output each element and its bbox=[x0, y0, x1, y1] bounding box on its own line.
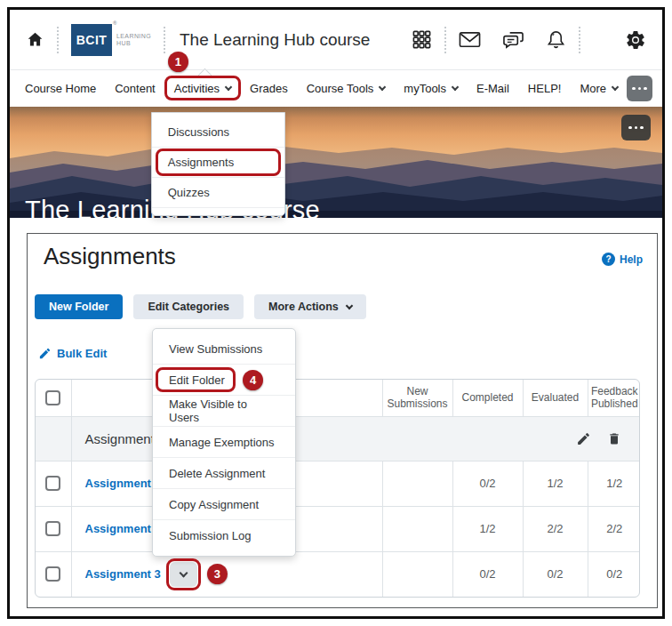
divider bbox=[57, 27, 59, 53]
menu-item-quizzes[interactable]: Quizzes bbox=[152, 178, 284, 208]
column-header-evaluated: Evaluated bbox=[523, 380, 588, 416]
annotation-step-4: 4 bbox=[243, 370, 263, 390]
nav-item-grades[interactable]: Grades bbox=[250, 82, 288, 95]
nav-item-help[interactable]: HELP! bbox=[528, 82, 562, 95]
feedback-published-value: 2/2 bbox=[588, 522, 641, 535]
folder-row: Assignments bbox=[36, 416, 640, 461]
top-bar: BCIT® LEARNINGHUB The Learning Hub cours… bbox=[10, 10, 662, 70]
nav-item-course-home[interactable]: Course Home bbox=[25, 82, 96, 95]
table-row-assignment-3: Assignment 3 3 0/2 0/2 0/2 bbox=[36, 551, 640, 597]
select-all-checkbox[interactable] bbox=[45, 390, 60, 405]
action-buttons: New Folder Edit Categories More Actions bbox=[35, 294, 366, 319]
nav-item-email[interactable]: E-Mail bbox=[476, 82, 509, 95]
nav-overflow-button[interactable] bbox=[627, 76, 652, 101]
menu-item-discussions[interactable]: Discussions bbox=[152, 117, 284, 148]
chevron-down-icon bbox=[612, 84, 619, 91]
assignment-context-menu-button[interactable] bbox=[170, 562, 197, 587]
nav-item-content[interactable]: Content bbox=[115, 82, 156, 95]
annotation-step-1: 1 bbox=[168, 52, 188, 72]
more-actions-button[interactable]: More Actions bbox=[254, 294, 366, 319]
delete-folder-trash-icon[interactable] bbox=[607, 431, 621, 446]
completed-value: 0/2 bbox=[453, 477, 523, 490]
row-checkbox[interactable] bbox=[45, 566, 60, 582]
mail-icon[interactable] bbox=[459, 30, 481, 49]
banner-options-button[interactable] bbox=[621, 115, 651, 140]
menu-item-submission-log[interactable]: Submission Log bbox=[153, 520, 295, 551]
column-header-new-submissions: New Submissions bbox=[382, 380, 452, 416]
menu-item-assignments[interactable]: Assignments 2 bbox=[152, 148, 284, 178]
assignment-link[interactable]: Assignment 2 bbox=[85, 522, 161, 535]
annotation-step-3: 3 bbox=[207, 564, 228, 584]
evaluated-value: 0/2 bbox=[524, 567, 588, 581]
app-grid-icon[interactable] bbox=[412, 29, 432, 50]
menu-item-view-submissions[interactable]: View Submissions bbox=[153, 333, 295, 365]
chevron-down-icon bbox=[452, 84, 459, 91]
edit-categories-button[interactable]: Edit Categories bbox=[133, 294, 244, 319]
divider bbox=[164, 27, 165, 53]
assignments-table: New Submissions Completed Evaluated Feed… bbox=[35, 379, 640, 598]
completed-value: 1/2 bbox=[453, 522, 523, 535]
nav-item-activities[interactable]: Activities 1 Discussions Assignments 2 Q… bbox=[166, 76, 239, 101]
completed-value: 0/2 bbox=[453, 567, 523, 581]
chevron-down-icon bbox=[346, 301, 353, 309]
pencil-icon bbox=[38, 347, 52, 360]
assignment-link[interactable]: Assignment 1 bbox=[85, 477, 161, 490]
context-dropdown-menu: View Submissions Edit Folder 4 Make Visi… bbox=[152, 328, 296, 557]
settings-gear-icon[interactable] bbox=[625, 29, 646, 51]
bcit-learning-hub-logo[interactable]: BCIT® LEARNINGHUB bbox=[71, 24, 151, 56]
menu-item-manage-exemptions[interactable]: Manage Exemptions bbox=[153, 427, 295, 458]
course-nav-bar: Course Home Content Activities 1 Discuss… bbox=[10, 70, 662, 107]
home-icon[interactable] bbox=[26, 30, 44, 49]
edit-folder-pencil-icon[interactable] bbox=[576, 431, 591, 446]
table-row-assignment-2: Assignment 2 1/2 2/2 2/2 bbox=[36, 506, 640, 551]
chevron-down-icon bbox=[225, 84, 232, 91]
evaluated-value: 2/2 bbox=[524, 522, 588, 535]
table-row-assignment-1: Assignment 1 0/2 1/2 1/2 bbox=[36, 461, 640, 506]
help-link[interactable]: ? Help bbox=[602, 253, 643, 266]
nav-item-more[interactable]: More bbox=[580, 82, 618, 95]
notification-bell-icon[interactable] bbox=[546, 29, 566, 51]
menu-item-delete-assignment[interactable]: Delete Assignment bbox=[153, 458, 295, 489]
screenshot-frame: BCIT® LEARNINGHUB The Learning Hub cours… bbox=[7, 7, 665, 619]
nav-item-course-tools[interactable]: Course Tools bbox=[307, 82, 386, 95]
bulk-edit-link[interactable]: Bulk Edit bbox=[38, 347, 107, 360]
divider bbox=[444, 27, 446, 53]
menu-item-make-visible-to-users[interactable]: Make Visible to Users bbox=[153, 396, 295, 427]
evaluated-value: 1/2 bbox=[524, 477, 588, 490]
screenshot: BCIT® LEARNINGHUB The Learning Hub cours… bbox=[0, 0, 672, 626]
help-question-icon: ? bbox=[602, 253, 615, 266]
nav-item-mytools[interactable]: myTools bbox=[404, 82, 458, 95]
bcit-logo: BCIT® bbox=[71, 24, 112, 56]
activities-dropdown-menu: Discussions Assignments 2 Quizzes bbox=[151, 112, 285, 216]
course-banner-image: The Learning Hub course bbox=[10, 107, 662, 218]
assignment-link[interactable]: Assignment 3 bbox=[85, 567, 161, 581]
feedback-published-value: 1/2 bbox=[588, 477, 641, 490]
row-checkbox[interactable] bbox=[45, 521, 60, 536]
logo-subtext: LEARNINGHUB bbox=[116, 33, 151, 47]
new-folder-button[interactable]: New Folder bbox=[35, 294, 123, 319]
chat-icon[interactable] bbox=[502, 29, 524, 50]
chevron-down-icon bbox=[179, 569, 188, 578]
page-title: Assignments bbox=[44, 243, 176, 270]
column-header-completed: Completed bbox=[452, 380, 523, 416]
divider bbox=[579, 27, 580, 53]
folder-name: Assignments bbox=[85, 431, 162, 446]
assignments-panel: Assignments ? Help New Folder Edit Categ… bbox=[27, 233, 658, 608]
menu-item-copy-assignment[interactable]: Copy Assignment bbox=[153, 489, 295, 520]
feedback-published-value: 0/2 bbox=[588, 567, 641, 581]
menu-item-edit-folder[interactable]: Edit Folder 4 bbox=[153, 365, 295, 396]
chevron-down-icon bbox=[379, 84, 386, 91]
course-title: The Learning Hub course bbox=[180, 30, 370, 50]
row-checkbox[interactable] bbox=[45, 476, 60, 491]
column-header-feedback-published: Feedback Published bbox=[588, 380, 640, 416]
dropdown-notch bbox=[197, 68, 212, 83]
